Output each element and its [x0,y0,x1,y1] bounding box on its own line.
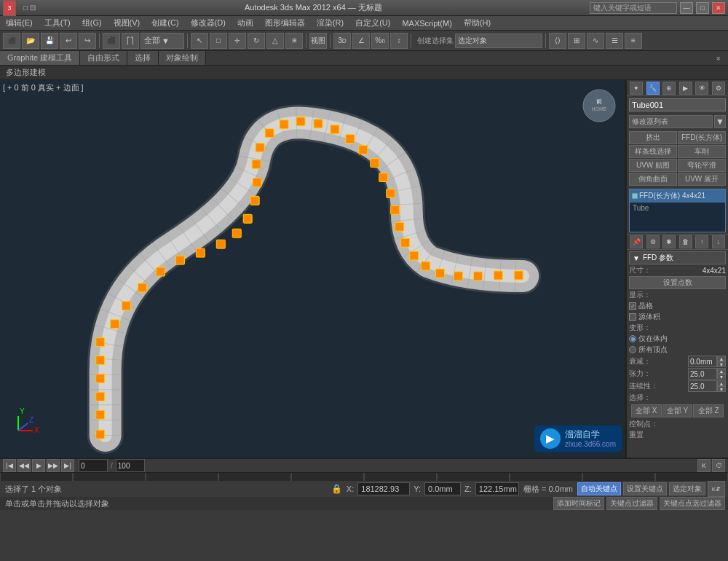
rp-modify-icon[interactable]: 🔧 [646,82,660,95]
ffd-decay-spinner[interactable]: ▲ ▼ [688,356,726,367]
close-button[interactable]: ✕ [712,2,725,14]
ffd-decay-down[interactable]: ▼ [717,361,726,367]
menu-animation[interactable]: 动画 [234,17,256,29]
rp-settings-icon[interactable]: ⚙ [646,235,660,248]
select-btn[interactable]: ↖ [191,33,208,49]
graphite-tab-paint[interactable]: 对象绘制 [159,51,206,65]
x-value-field[interactable]: 181282.93 [357,482,410,495]
ffd-tension-input[interactable] [688,368,717,380]
ffd-lattice-checkbox[interactable]: ✓ [629,302,636,310]
rp-display-icon[interactable]: 👁 [695,82,708,95]
ffd-all-z-btn[interactable]: 全部 Z [693,404,724,417]
key-filter-btn2[interactable]: 关键点过滤器 [606,497,657,510]
mod-btn-ffd-box[interactable]: FFD(长方体) [678,131,726,144]
mod-btn-spline-sel[interactable]: 样条线选择 [629,145,677,158]
ffd-set-points-btn[interactable]: 设置点数 [629,276,726,289]
rp-motion-icon[interactable]: ▶ [679,82,692,95]
object-name-field[interactable]: Tube001 [629,98,726,111]
array-btn[interactable]: ⊞ [568,33,585,49]
graphite-tab-modeling[interactable]: Graphite 建模工具 [0,51,80,65]
rp-hierarchy-icon[interactable]: ⊕ [662,82,676,95]
spinner-snap-btn[interactable]: ↕ [390,33,408,49]
modifier-list-arrow[interactable]: ▼ [714,115,726,128]
z-value-field[interactable]: 122.15mm [475,482,519,495]
tl-next-key-btn[interactable]: ▶▶ [47,459,60,472]
view-btn[interactable]: 视图 [309,33,327,49]
open-btn[interactable]: 📂 [22,33,39,49]
graphite-tab-freeform[interactable]: 自由形式 [80,51,127,65]
select-obj-btn[interactable]: ⬛ [103,33,120,49]
scale-btn[interactable]: △ [266,33,284,49]
selected-obj-btn[interactable]: 选定对象 [669,482,705,495]
set-key-btn[interactable]: 设置关键点 [623,482,667,495]
ffd-inside-radio[interactable] [629,335,636,342]
ffd-continuity-up[interactable]: ▲ [717,380,726,386]
select-region-btn[interactable]: □ [210,33,227,49]
tl-time-config-btn[interactable]: ⏱ [712,459,725,472]
ffd-all-x-btn[interactable]: 全部 X [631,404,662,417]
modifier-list-label[interactable]: 修改器列表 [629,115,713,128]
tl-prev-key-btn[interactable]: ◀◀ [17,459,31,472]
rp-utilities-icon[interactable]: ⚙ [712,82,725,95]
ffd-section-header[interactable]: ▼ FFD 参数 [629,251,726,264]
mod-btn-uvw-map[interactable]: UVW 贴图 [629,159,677,172]
rp-move-down-icon[interactable]: ↓ [712,235,725,248]
percent-snap-btn[interactable]: %n [371,33,389,49]
mod-stack-tube-area[interactable]: Tube [630,203,725,232]
current-frame-field[interactable]: 0 [79,459,108,472]
ribbon-btn[interactable]: ≡ [625,33,642,49]
ffd-visibility-dot[interactable] [632,193,638,199]
ffd-decay-up[interactable]: ▲ [717,356,726,361]
curve-editor-btn[interactable]: ∿ [587,33,604,49]
mod-btn-uvw-unwrap[interactable]: UVW 展开 [678,173,726,186]
ffd-continuity-down[interactable]: ▼ [717,386,726,392]
menu-create[interactable]: 创建(C) [149,17,181,29]
3d-snap-btn[interactable]: 3D [333,33,351,49]
ffd-tension-spinner[interactable]: ▲ ▼ [688,368,726,380]
maximize-button[interactable]: □ [696,2,709,14]
menu-help[interactable]: 帮助(H) [461,17,494,29]
tl-prev-frame-btn[interactable]: |◀ [3,459,16,472]
ffd-tension-up[interactable]: ▲ [717,368,726,374]
menu-edit[interactable]: 编辑(E) [3,17,36,29]
y-value-field[interactable]: 0.0mm [424,482,461,495]
ffd-decay-input[interactable] [688,356,717,367]
rp-remove-icon[interactable]: 🗑 [679,235,692,248]
menu-render[interactable]: 渲染(R) [314,17,347,29]
layer-manager-btn[interactable]: ☰ [606,33,623,49]
tl-next-frame-btn[interactable]: ▶| [61,459,74,472]
ffd-source-checkbox[interactable] [629,313,636,321]
menu-tools[interactable]: 工具(T) [41,17,74,29]
minimize-button[interactable]: — [680,2,693,14]
mod-btn-bevel-surface[interactable]: 倒角曲面 [629,173,677,186]
add-time-tag-btn[interactable]: 添加时间标记 [553,497,604,510]
angle-snap-btn[interactable]: ∠ [352,33,370,49]
selection-filter[interactable]: 全部 ▼ [141,33,184,49]
menu-views[interactable]: 视图(V) [111,17,143,29]
total-frames-field[interactable]: 100 [116,459,145,472]
ffd-continuity-input[interactable] [688,380,717,392]
menu-maxscript[interactable]: MAXScript(M) [399,18,454,28]
rp-pin-icon[interactable]: 📌 [630,235,643,248]
ffd-all-y-btn[interactable]: 全部 Y [662,404,693,417]
mod-btn-extrude[interactable]: 挤出 [629,131,677,144]
new-scene-btn[interactable]: ⬛ [3,33,20,49]
rp-active-icon[interactable]: ✱ [662,235,676,248]
graphite-pin-btn[interactable]: × [712,54,725,63]
redo-btn[interactable]: ↪ [79,33,96,49]
graphite-tab-select[interactable]: 选择 [127,51,159,65]
select-by-name-btn[interactable]: ⎡⎤ [122,33,139,49]
rp-create-icon[interactable]: ✦ [630,82,643,95]
tl-play-btn[interactable]: ▶ [32,459,45,472]
mod-stack-ffd[interactable]: FFD(长方体) 4x4x21 [630,189,725,203]
timeline-ruler[interactable]: 0 10 20 30 40 50 60 70 80 90 [0,473,728,481]
ffd-all-radio[interactable] [629,346,636,353]
auto-key-btn[interactable]: 自动关键点 [577,482,621,495]
name-sel-input[interactable]: 选定对象 [455,34,542,48]
tl-key-mode-btn[interactable]: K [697,459,711,472]
3d-viewport[interactable]: [ + 0 前 0 真实 + 边面 ] 前 HOME [0,80,626,458]
key-time-btn[interactable]: 关键点点选过滤器 [660,497,725,510]
rp-move-up-icon[interactable]: ↑ [695,235,708,248]
menu-graph-editor[interactable]: 图形编辑器 [262,17,308,29]
ffd-continuity-spinner[interactable]: ▲ ▼ [688,380,726,392]
